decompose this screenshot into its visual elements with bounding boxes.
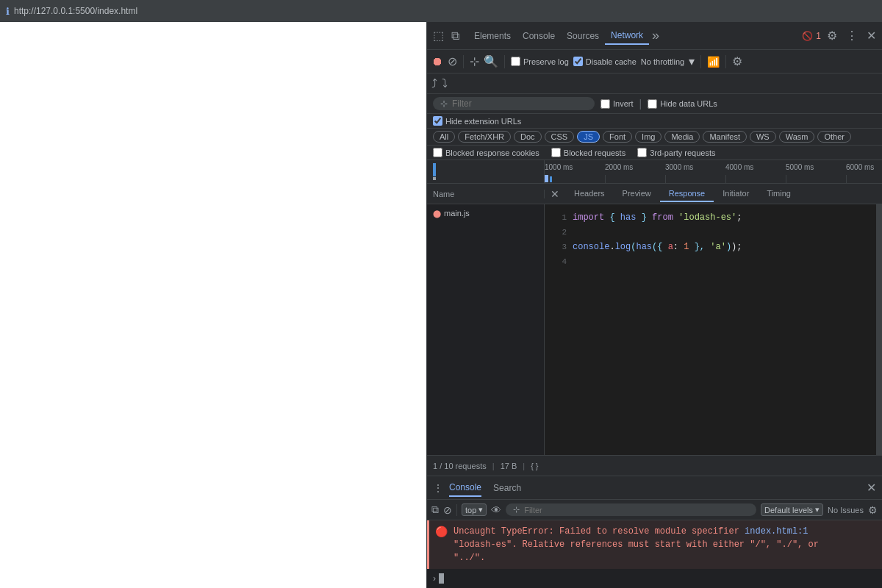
blocked-response-label[interactable]: Blocked response cookies [433,148,539,157]
content-split: ⬤ main.js 1 import { has } from 'lodash-… [427,204,882,455]
clear-icon[interactable]: ⊘ [448,54,457,68]
top-dropdown-arrow: ▾ [478,505,483,514]
download-icon[interactable]: ⤵ [442,77,448,90]
blocked-row: Blocked response cookies Blocked request… [427,146,882,160]
blocked-requests-checkbox[interactable] [551,148,561,157]
devtools-icons: ⬚ ⧉ [430,27,462,44]
filter-btn-media[interactable]: Media [664,131,700,143]
console-tab-console[interactable]: Console [449,479,481,497]
devtools-tab-bar: ⬚ ⧉ Elements Console Sources Network » 🚫… [427,22,882,50]
console-filter-input-container[interactable]: ⊹ [506,503,756,516]
col-x-header[interactable]: ✕ [545,188,565,200]
error-line1: Uncaught TypeError: Failed to resolve mo… [453,526,739,537]
scrollbar-content[interactable] [876,204,882,455]
filter-btn-fetchxhr[interactable]: Fetch/XHR [458,131,511,143]
timeline-header: 1000 ms 2000 ms 3000 ms 4000 ms 5000 ms … [427,160,882,184]
console-tab-search[interactable]: Search [487,480,527,496]
console-input-row[interactable]: › [427,569,882,588]
tab-sources[interactable]: Sources [561,28,605,44]
close-icon[interactable]: ✕ [864,27,879,44]
tab-headers[interactable]: Headers [565,186,614,202]
filter-row: ⊹ Invert | Hide data URLs [427,94,882,114]
filter-btn-doc[interactable]: Doc [514,131,542,143]
third-party-checkbox[interactable] [637,148,647,157]
third-party-text: 3rd-party requests [650,148,715,157]
console-settings-icon[interactable]: ⚙ [868,504,878,516]
top-dropdown[interactable]: top ▾ [462,503,487,516]
invert-checkbox[interactable] [600,99,610,109]
tab-initiator[interactable]: Initiator [714,186,758,202]
settings-icon[interactable]: ⚙ [824,27,840,44]
hide-data-urls-checkbox[interactable] [648,99,657,109]
blocked-requests-label[interactable]: Blocked requests [551,148,625,157]
filter-btn-js[interactable]: JS [577,131,600,143]
tab-timing[interactable]: Timing [758,186,800,202]
hide-extension-checkbox[interactable] [433,116,442,126]
console-close-btn[interactable]: ✕ [867,481,876,495]
tab-preview[interactable]: Preview [614,186,660,202]
preserve-log-label[interactable]: Preserve log [511,57,569,66]
console-clear-icon[interactable]: ⊘ [443,504,452,516]
code-line-1: 1 import { has } from 'lodash-es'; [545,210,876,225]
error-location[interactable]: index.html:1 [745,526,808,537]
code-content-1: import { has } from 'lodash-es'; [573,210,870,225]
levels-dropdown[interactable]: Default levels ▾ [761,503,823,516]
network-settings-icon[interactable]: ⚙ [732,54,742,68]
filter-btn-manifest[interactable]: Manifest [703,131,747,143]
filter-btn-font[interactable]: Font [603,131,632,143]
record-icon[interactable]: ⏺ [431,55,443,68]
console-eye-icon[interactable]: 👁 [491,504,501,516]
filter-icon[interactable]: ⊹ [470,54,479,68]
blocked-requests-text: Blocked requests [564,148,625,157]
tab-response[interactable]: Response [660,186,714,202]
filter-btn-img[interactable]: Img [635,131,662,143]
console-cursor-area[interactable] [439,573,876,584]
code-line-4: 4 [545,254,876,269]
code-content-3: console.log(has({ a: 1 }, 'a')); [573,240,870,254]
preserve-log-checkbox[interactable] [511,57,520,66]
tab-actions: ⚙ ⋮ ✕ [824,27,879,44]
filter-input[interactable] [452,98,587,109]
cursor-blink [439,573,444,584]
inspect-icon[interactable]: ⬚ [430,27,447,44]
invert-text: Invert [613,99,634,108]
tab-console[interactable]: Console [517,28,561,44]
tab-elements[interactable]: Elements [468,28,517,44]
info-icon: ℹ [6,6,10,17]
blocked-response-checkbox[interactable] [433,148,442,157]
tab-network[interactable]: Network [605,27,649,45]
console-dots-icon[interactable]: ⋮ [433,482,443,494]
console-chevron-icon: › [433,573,436,584]
device-icon[interactable]: ⧉ [448,28,462,44]
hide-extension-label[interactable]: Hide extension URLs [433,116,521,126]
filter-btn-other[interactable]: Other [817,131,851,143]
more-options-icon[interactable]: ⋮ [843,27,861,44]
filter-input-container[interactable]: ⊹ [433,97,595,110]
throttle-dropdown-arrow[interactable]: ▾ [689,54,695,68]
disable-cache-label[interactable]: Disable cache [573,57,637,66]
search-icon[interactable]: 🔍 [484,54,498,68]
invert-label[interactable]: Invert [600,99,634,109]
request-count: 1 / 10 requests [433,462,487,470]
line-num-4: 4 [551,254,573,269]
filter-btn-all[interactable]: All [433,131,455,143]
console-error: 🔴 Uncaught TypeError: Failed to resolve … [427,520,882,569]
hide-data-urls-label[interactable]: Hide data URLs [648,99,717,109]
disable-cache-checkbox[interactable] [573,57,583,66]
file-row-mainjs[interactable]: ⬤ main.js [427,204,544,222]
divider1: | [639,98,642,110]
disable-cache-text: Disable cache [586,57,637,66]
console-sidebar-icon[interactable]: ⧉ [431,503,439,516]
filter-btn-wasm[interactable]: Wasm [779,131,815,143]
console-filter-input[interactable] [524,506,749,514]
separator2 [504,55,505,68]
tick-3000ms: 3000 ms [665,163,693,171]
third-party-label[interactable]: 3rd-party requests [637,148,715,157]
more-tabs-btn[interactable]: » [649,28,662,43]
hide-data-urls-text: Hide data URLs [660,99,717,108]
filter-btn-ws[interactable]: WS [750,131,776,143]
console-header: ⋮ Console Search ✕ [427,476,882,500]
filter-btn-css[interactable]: CSS [545,131,575,143]
upload-icon[interactable]: ⤴ [431,77,437,90]
timeline-bars: 1000 ms 2000 ms 3000 ms 4000 ms 5000 ms … [545,160,882,183]
